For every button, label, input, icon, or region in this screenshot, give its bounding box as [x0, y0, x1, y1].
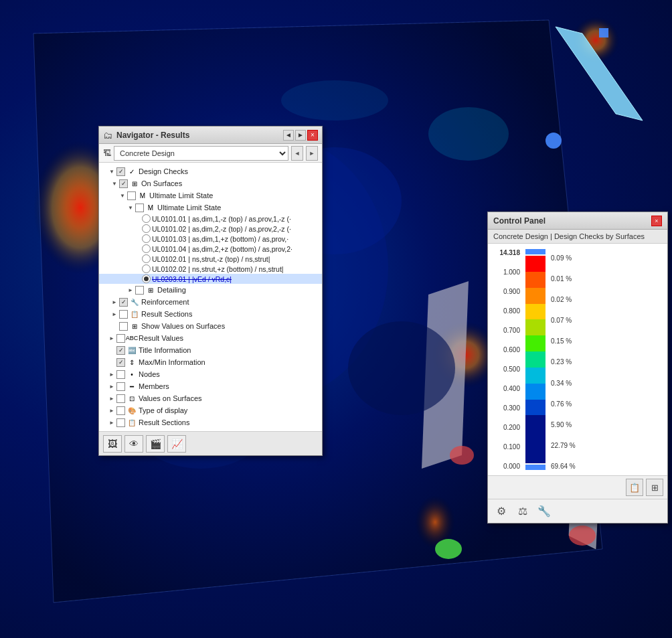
tree-item-on-surfaces[interactable]: ▼ ⊞ On Surfaces — [99, 177, 322, 189]
checkbox-show-values[interactable] — [119, 322, 128, 331]
radio-ul020301[interactable] — [142, 274, 151, 283]
control-settings-btn[interactable]: ⚙ — [492, 503, 511, 520]
icon-nodes: • — [127, 369, 137, 380]
radio-ul010104[interactable] — [142, 244, 151, 253]
radio-ul010202[interactable] — [142, 264, 151, 273]
tree-item-reinforcement[interactable]: ► 🔧 Reinforcement — [99, 296, 322, 308]
icon-members: ━ — [127, 381, 137, 392]
scale-val-11: 0.000 — [493, 463, 520, 470]
checkbox-nodes[interactable] — [116, 370, 125, 379]
tree-item-title-info[interactable]: ► 🔤 Title Information — [99, 344, 322, 356]
scale-val-6: 0.500 — [493, 366, 520, 373]
tree-item-detailing[interactable]: ► ⊞ Detailing — [99, 284, 322, 296]
tree-item-ul010103[interactable]: UL0101.03 | as,dim,1,+z (bottom) / as,pr… — [99, 234, 322, 244]
nav-dropdown[interactable]: Concrete Design — [114, 146, 288, 161]
tree-item-uls2[interactable]: ▼ M Ultimate Limit State — [99, 202, 322, 214]
tree-item-type-display[interactable]: ► 🎨 Type of display — [99, 404, 322, 416]
tree-item-members[interactable]: ► ━ Members — [99, 380, 322, 392]
expander-type-display[interactable]: ► — [107, 406, 116, 415]
expander-uls2[interactable]: ▼ — [126, 203, 135, 212]
checkbox-title-info[interactable] — [116, 346, 125, 355]
icon-uls2: M — [145, 202, 156, 213]
tree-item-result-sections-2[interactable]: ► 📋 Result Sections — [99, 416, 322, 428]
checkbox-result-sections-2[interactable] — [116, 418, 125, 427]
checkbox-detailing[interactable] — [135, 286, 144, 295]
expander-result-sections[interactable]: ► — [110, 309, 119, 319]
expander-design-checks[interactable]: ▼ — [107, 167, 116, 176]
expander-nodes[interactable]: ► — [107, 370, 116, 379]
expander-on-surfaces[interactable]: ▼ — [110, 179, 119, 188]
tree-item-show-values[interactable]: ► ⊞ Show Values on Surfaces — [99, 320, 322, 332]
icon-uls1: M — [137, 190, 148, 201]
icon-values-surfaces: ⊡ — [127, 393, 137, 404]
control-close-btn[interactable]: × — [651, 216, 662, 226]
nav-left-arrow[interactable]: ◄ — [291, 146, 303, 161]
control-tool-btn[interactable]: 🔧 — [535, 503, 554, 520]
label-result-sections-2: Result Sections — [139, 418, 189, 426]
label-members: Members — [139, 382, 169, 390]
nav-prev-btn[interactable]: ◄ — [283, 130, 294, 141]
tree-item-ul020301[interactable]: UL0203.01 | |vEd / vRd,c| — [99, 274, 322, 284]
checkbox-members[interactable] — [116, 382, 125, 391]
expander-reinforcement[interactable]: ► — [110, 297, 119, 307]
scale-val-9: 0.200 — [493, 424, 520, 431]
toolbar-graph-btn[interactable]: 📈 — [167, 435, 186, 453]
radio-ul010201[interactable] — [142, 254, 151, 263]
label-ul010202: UL0102.02 | ns,strut,+z (bottom) / ns,st… — [152, 265, 284, 273]
tree-item-uls1[interactable]: ▼ M Ultimate Limit State — [99, 189, 322, 202]
expander-values-surfaces[interactable]: ► — [107, 394, 116, 403]
tree-item-maxmin-info[interactable]: ► ⇕ Max/Min Information — [99, 356, 322, 368]
tree-item-values-surfaces[interactable]: ► ⊡ Values on Surfaces — [99, 392, 322, 404]
expander-uls1[interactable]: ▼ — [118, 191, 127, 200]
bottom-indicator — [525, 465, 545, 470]
checkbox-values-surfaces[interactable] — [116, 394, 125, 403]
expander-members[interactable]: ► — [107, 382, 116, 391]
seg-blue — [525, 400, 545, 416]
label-reinforcement: Reinforcement — [141, 298, 189, 306]
pct-1: 0.01 % — [551, 275, 584, 283]
color-bar — [525, 249, 545, 470]
nav-right-arrow[interactable]: ► — [306, 146, 318, 161]
scale-val-10: 0.100 — [493, 443, 520, 451]
control-scale-btn[interactable]: ⚖ — [513, 503, 532, 520]
tree-item-ul010104[interactable]: UL0101.04 | as,dim,2,+z (bottom) / as,pr… — [99, 244, 322, 254]
svg-rect-23 — [599, 28, 608, 37]
checkbox-result-sections[interactable] — [119, 310, 128, 319]
tree-item-ul010101[interactable]: UL0101.01 | as,dim,1,-z (top) / as,prov,… — [99, 214, 322, 224]
expander-detailing[interactable]: ► — [126, 285, 135, 295]
checkbox-uls2[interactable] — [135, 204, 144, 212]
nav-close-btn[interactable]: × — [307, 130, 318, 141]
checkbox-on-surfaces[interactable] — [119, 179, 128, 188]
radio-ul010103[interactable] — [142, 234, 151, 243]
navigator-titlebar: 🗂 Navigator - Results ◄ ► × — [99, 127, 322, 144]
tree-item-design-checks[interactable]: ▼ ✓ Design Checks — [99, 165, 322, 177]
tree-item-ul010202[interactable]: UL0102.02 | ns,strut,+z (bottom) / ns,st… — [99, 264, 322, 274]
seg-red — [525, 256, 545, 272]
checkbox-type-display[interactable] — [116, 406, 125, 415]
tree-item-result-values[interactable]: ► ABC Result Values — [99, 332, 322, 344]
toolbar-render-btn[interactable]: 🖼 — [103, 435, 122, 453]
checkbox-maxmin-info[interactable] — [116, 358, 125, 367]
radio-ul010102[interactable] — [142, 224, 151, 233]
label-result-values: Result Values — [139, 334, 183, 342]
seg-green — [525, 335, 545, 351]
checkbox-reinforcement[interactable] — [119, 298, 128, 307]
footer-export-btn[interactable]: 📋 — [626, 479, 643, 496]
expander-result-values[interactable]: ► — [107, 333, 116, 343]
tree-item-nodes[interactable]: ► • Nodes — [99, 368, 322, 380]
icon-title-info: 🔤 — [127, 345, 137, 355]
checkbox-result-values[interactable] — [116, 334, 125, 343]
icon-type-display: 🎨 — [127, 405, 137, 416]
toolbar-animate-btn[interactable]: 🎬 — [146, 435, 165, 453]
tree-item-ul010201[interactable]: UL0102.01 | ns,strut,-z (top) / ns,strut… — [99, 254, 322, 264]
radio-ul010101[interactable] — [142, 214, 151, 223]
toolbar-view-btn[interactable]: 👁 — [124, 435, 143, 453]
svg-point-22 — [281, 80, 388, 121]
expander-result-sections-2[interactable]: ► — [107, 418, 116, 427]
tree-item-ul010102[interactable]: UL0101.02 | as,dim,2,-z (top) / as,prov,… — [99, 224, 322, 234]
nav-next-btn[interactable]: ► — [295, 130, 306, 141]
checkbox-uls1[interactable] — [127, 191, 136, 200]
tree-item-result-sections[interactable]: ► 📋 Result Sections — [99, 308, 322, 320]
checkbox-design-checks[interactable] — [116, 167, 125, 176]
footer-grid-btn[interactable]: ⊞ — [646, 479, 663, 496]
